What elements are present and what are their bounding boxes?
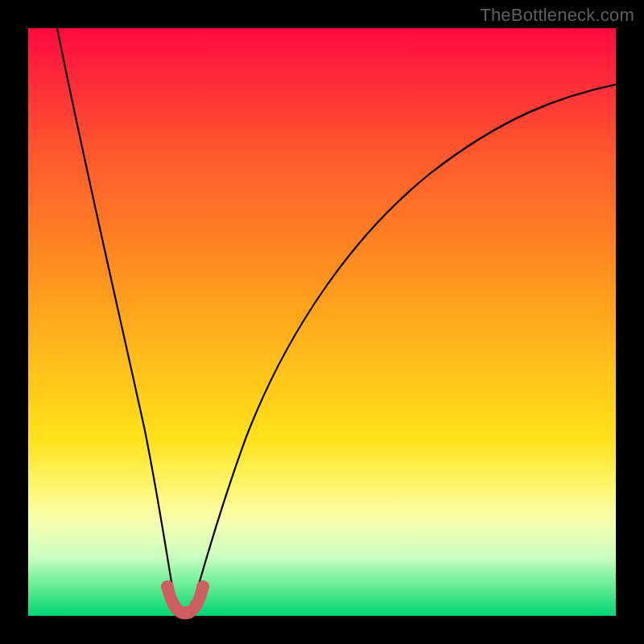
lows-marker-dot	[196, 580, 209, 593]
watermark-text: TheBottleneck.com	[480, 5, 634, 26]
lows-marker-dot	[179, 606, 192, 619]
curve-layer	[28, 28, 616, 616]
curve-right-branch	[190, 85, 616, 615]
lows-marker-dot	[190, 598, 203, 611]
lows-marker-dot	[161, 580, 174, 593]
chart-frame: TheBottleneck.com	[0, 0, 644, 644]
plot-area	[28, 28, 616, 616]
curve-left-branch	[57, 28, 180, 615]
lows-marker-dot	[167, 598, 180, 611]
